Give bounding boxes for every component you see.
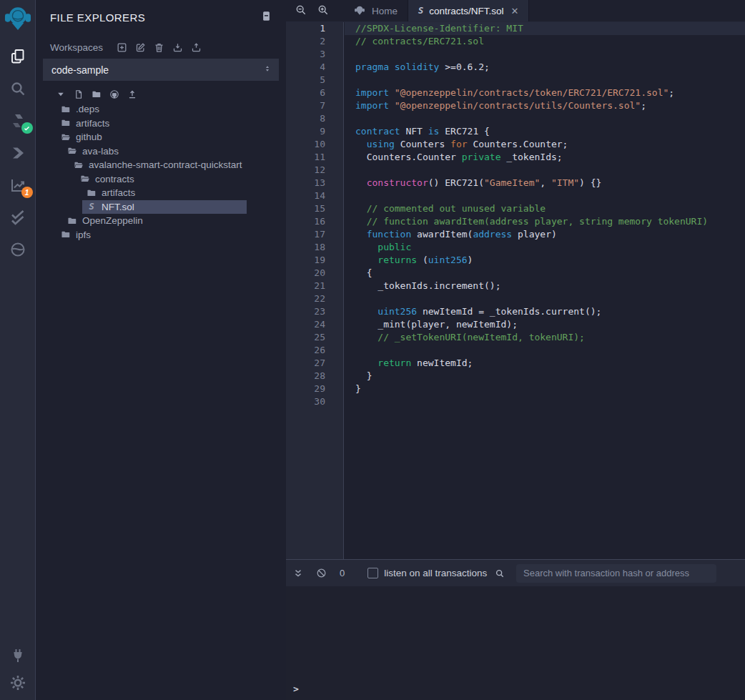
tree-item-nft.sol[interactable]: SNFT.sol	[36, 200, 286, 215]
tree-item-label: NFT.sol	[102, 202, 134, 212]
deploy-and-run-icon[interactable]	[8, 143, 28, 163]
rename-workspace-icon[interactable]	[135, 42, 146, 53]
terminal-panel: 0 listen on all transactions >	[286, 559, 745, 700]
workspace-selected-value: code-sample	[51, 64, 109, 76]
folder-open-icon	[61, 132, 71, 142]
download-workspace-icon[interactable]	[172, 42, 183, 53]
tree-item-github[interactable]: github	[36, 130, 286, 144]
code-line: 5	[286, 74, 745, 87]
line-number: 6	[286, 87, 345, 99]
clone-github-icon[interactable]	[109, 89, 119, 99]
restore-workspace-icon[interactable]	[191, 42, 202, 53]
code-line: 6import "@openzeppelin/contracts/token/E…	[286, 87, 745, 99]
search-icon[interactable]	[8, 79, 28, 99]
tab-close-icon[interactable]: ✕	[511, 6, 519, 16]
create-workspace-icon[interactable]	[117, 42, 127, 53]
remix-mini-logo-icon	[353, 5, 366, 16]
code-line: 28 }	[286, 370, 745, 383]
line-number: 28	[286, 370, 345, 383]
tree-item-ava-labs[interactable]: ava-labs	[36, 144, 286, 159]
line-number: 18	[286, 241, 345, 254]
code-text: // function awardItem(address player, st…	[345, 215, 745, 228]
code-text: // _setTokenURI(newItemId, tokenURI);	[345, 331, 745, 344]
sidebar-icons: 1	[8, 34, 28, 260]
code-line: 12	[286, 164, 745, 177]
code-text	[345, 48, 745, 61]
new-folder-icon[interactable]	[92, 89, 102, 99]
folder-closed-icon	[61, 104, 71, 114]
code-text: // contracts/ERC721.sol	[345, 35, 745, 48]
terminal-output[interactable]: >	[286, 586, 745, 700]
code-editor[interactable]: 1//SPDX-License-Identifier: MIT2// contr…	[286, 22, 745, 559]
line-number: 11	[286, 151, 345, 164]
line-number: 24	[286, 318, 345, 331]
tree-item-label: ipfs	[76, 230, 91, 240]
code-line: 10 using Counters for Counters.Counter;	[286, 138, 745, 151]
code-line: 19 returns (uint256)	[286, 254, 745, 267]
tree-item-contracts[interactable]: contracts	[36, 172, 286, 187]
panel-book-icon[interactable]	[261, 10, 272, 25]
zoom-in-icon[interactable]	[317, 4, 330, 17]
line-number: 1	[286, 22, 345, 35]
code-text: using Counters for Counters.Counter;	[345, 138, 745, 151]
collapse-caret-icon[interactable]	[56, 89, 66, 99]
dropdown-arrows-icon	[263, 64, 272, 77]
tree-item-avalanche-smart-contract-quickstart[interactable]: avalanche-smart-contract-quickstart	[36, 158, 286, 172]
code-text: Counters.Counter private _tokenIds;	[345, 151, 745, 164]
code-line: 16 // function awardItem(address player,…	[286, 215, 745, 228]
settings-icon[interactable]	[8, 673, 28, 693]
tree-item-.deps[interactable]: .deps	[36, 102, 286, 117]
clear-console-icon[interactable]	[316, 568, 327, 578]
plugin-manager-icon[interactable]	[8, 646, 28, 666]
code-text: import "@openzeppelin/contracts/utils/Co…	[345, 99, 745, 112]
delete-workspace-icon[interactable]	[154, 42, 164, 53]
tab-file-label: contracts/NFT.sol	[429, 6, 503, 16]
code-line: 17 function awardItem(address player)	[286, 228, 745, 241]
line-number: 17	[286, 228, 345, 241]
tab-home[interactable]: Home	[343, 0, 408, 21]
tree-item-label: ava-labs	[82, 146, 119, 157]
tree-item-artifacts[interactable]: artifacts	[36, 186, 286, 200]
code-line: 1//SPDX-License-Identifier: MIT	[286, 22, 745, 35]
workspaces-label: Workspaces	[50, 42, 103, 53]
solidity-file-icon: S	[418, 6, 423, 16]
code-line: 13 constructor() ERC721("GameItem", "ITM…	[286, 177, 745, 189]
tree-item-label: avalanche-smart-contract-quickstart	[89, 159, 242, 170]
tree-item-artifacts[interactable]: artifacts	[36, 117, 286, 131]
icon-sidebar: 1	[0, 0, 36, 700]
tree-item-ipfs[interactable]: ipfs	[36, 228, 286, 242]
line-number: 22	[286, 292, 345, 305]
line-number: 2	[286, 35, 345, 48]
code-text: {	[345, 267, 745, 280]
code-text: uint256 newItemId = _tokenIds.current();	[345, 305, 745, 318]
workspace-select[interactable]: code-sample	[43, 59, 279, 81]
panel-title: FILE EXPLORERS	[50, 11, 145, 24]
zoom-out-icon[interactable]	[295, 4, 308, 17]
code-line: 3	[286, 48, 745, 61]
listen-transactions-checkbox[interactable]	[367, 568, 378, 578]
tree-item-openzeppelin[interactable]: OpenZeppelin	[36, 214, 286, 228]
code-text: _mint(player, newItemId);	[345, 318, 745, 331]
plugin-circle-icon[interactable]	[8, 240, 28, 260]
file-explorer-icon[interactable]	[8, 46, 28, 66]
line-number: 20	[286, 267, 345, 280]
line-number: 27	[286, 357, 345, 370]
code-text: contract NFT is ERC721 {	[345, 125, 745, 138]
code-line: 29}	[286, 383, 745, 395]
code-line: 25 // _setTokenURI(newItemId, tokenURI);	[286, 331, 745, 344]
terminal-search-input[interactable]	[516, 564, 716, 583]
new-file-icon[interactable]	[74, 89, 84, 99]
solidity-unit-testing-icon[interactable]	[8, 207, 28, 227]
solidity-compiler-icon[interactable]	[8, 111, 28, 131]
code-line: 4pragma solidity >=0.6.2;	[286, 61, 745, 74]
code-line: 30	[286, 395, 745, 408]
transaction-count: 0	[340, 568, 345, 578]
code-line: 7import "@openzeppelin/contracts/utils/C…	[286, 99, 745, 112]
tab-nft-sol[interactable]: S contracts/NFT.sol ✕	[408, 0, 529, 21]
line-number: 25	[286, 331, 345, 344]
publish-upload-icon[interactable]	[127, 89, 137, 99]
expand-terminal-icon[interactable]	[293, 568, 303, 578]
analytics-icon[interactable]: 1	[8, 175, 28, 195]
code-lines: 1//SPDX-License-Identifier: MIT2// contr…	[286, 22, 745, 408]
remix-logo[interactable]	[4, 4, 31, 34]
